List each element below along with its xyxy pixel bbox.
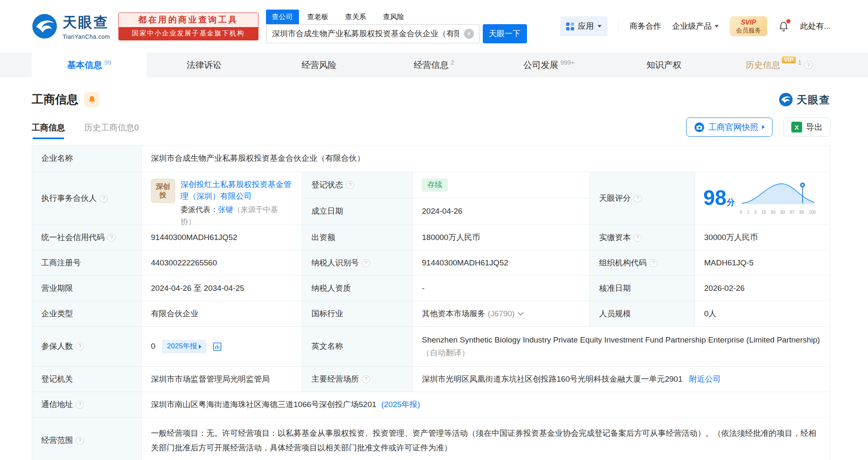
tab-operation-risk[interactable]: 经营风险	[261, 52, 376, 78]
taxpayer-id-label: 纳税人识别号?	[302, 250, 413, 275]
table-row: 工商注册号 440300222265560 纳税人识别号? 91440300MA…	[32, 250, 830, 276]
table-row: 参保人数? 0 2025年报 英文名称 Shenzhen Synthetic B…	[32, 327, 830, 367]
promo-line1: 都在用的商业查询工具	[119, 13, 258, 27]
table-row: 执行事务合伙人? 深创投 深创投红土私募股权投资基金管理（深圳）有限公司 委派代…	[32, 172, 830, 225]
establish-date-label: 成立日期	[302, 198, 413, 225]
tab-intellectual-property[interactable]: 知识产权	[607, 52, 722, 78]
org-code-value: MADH61JQ-5	[695, 250, 830, 275]
english-name-label: 英文名称	[302, 327, 413, 366]
score-number: 98	[703, 186, 727, 210]
business-address-value: 深圳市光明区凤凰街道东坑社区创投路160号光明科技金融大厦一单元2901附近公司	[413, 367, 830, 392]
table-row: 企业名称 深圳市合成生物产业私募股权投资基金合伙企业（有限合伙）	[32, 145, 830, 172]
tab-legal-proceedings[interactable]: 法律诉讼	[147, 52, 262, 78]
search-tab-relation[interactable]: 查关系	[345, 10, 366, 24]
help-icon[interactable]: ?	[634, 234, 642, 242]
taxpayer-id-value: 91440300MADH61JQ52	[413, 250, 590, 275]
credit-code-label: 统一社会信用代码?	[32, 225, 142, 250]
status-badge: 存续	[422, 178, 448, 191]
tab-label: 历史信息	[745, 59, 780, 71]
tab-basic-info[interactable]: 基本信息 99	[32, 52, 147, 78]
apps-label: 应用	[578, 21, 594, 32]
mailing-address-label: 通信地址?	[32, 392, 142, 417]
search-button[interactable]: 天眼一下	[483, 24, 527, 43]
registration-status-value: 存续	[413, 172, 590, 198]
search-input[interactable]	[266, 25, 479, 43]
subtab-business-info[interactable]: 工商信息	[32, 122, 65, 139]
tianyancha-logo[interactable]: 天眼查 TianYanCha.com	[32, 13, 110, 40]
tab-label: 经营风险	[301, 59, 336, 71]
insured-count-value: 0 2025年报	[142, 327, 302, 366]
table-row: 经营范围? 一般经营项目：无。许可经营项目：以私募基金从事股权投资、投资管理、资…	[32, 418, 830, 460]
snapshot-camera-icon	[694, 122, 705, 132]
company-nav: 基本信息 99 法律诉讼 经营风险 经营信息 2 公司发展 999+ 知识产权 …	[0, 52, 868, 78]
business-term-value: 2024-04-26 至 2034-04-25	[142, 276, 302, 301]
user-menu[interactable]: 此处有...	[800, 21, 830, 32]
help-icon[interactable]: ?	[362, 259, 370, 267]
paid-capital-value: 30000万人民币	[695, 225, 830, 250]
tab-operation-info[interactable]: 经营信息 2	[376, 52, 492, 78]
help-icon[interactable]: ?	[805, 61, 813, 69]
chevron-down-icon	[597, 25, 602, 28]
tab-count: 2	[451, 59, 454, 66]
insured-chart-icon[interactable]	[212, 342, 222, 352]
staff-size-value: 0人	[695, 301, 830, 326]
business-cooperation-link[interactable]: 商务合作	[630, 21, 661, 32]
chevron-down-icon[interactable]	[518, 310, 524, 315]
tax-qualification-value: -	[413, 276, 590, 301]
top-header: 天眼查 TianYanCha.com 都在用的商业查询工具 国家中小企业发展子基…	[0, 0, 868, 52]
subscribe-bell-icon[interactable]	[84, 92, 99, 107]
annual-report-button[interactable]: 2025年报	[162, 340, 207, 353]
table-row: 企业类型 有限合伙企业 国标行业 其他资本市场服务(J6790) 人员规模 0人	[32, 301, 830, 327]
divider	[618, 21, 619, 32]
svip-member-button[interactable]: SVIP 会员服务	[730, 16, 767, 37]
tianyancha-logo-small-icon	[779, 92, 793, 107]
managing-partner-value: 深创投 深创投红土私募股权投资基金管理（深圳）有限公司 委派代表：张键（来源于中…	[142, 172, 302, 225]
english-name-value: Shenzhen Synthetic Biology Industry Priv…	[413, 327, 830, 366]
help-icon[interactable]: ?	[650, 259, 657, 267]
establish-date-value: 2024-04-26	[413, 198, 590, 225]
tab-label: 基本信息	[67, 59, 102, 71]
help-icon[interactable]: ?	[634, 195, 642, 202]
snapshot-label: 工商官网快照	[708, 122, 758, 133]
help-icon[interactable]: ?	[108, 234, 115, 242]
help-icon[interactable]: ?	[76, 401, 84, 409]
subtab-history-business-info[interactable]: 历史工商信息0	[84, 122, 139, 139]
approval-date-value: 2026-02-26	[695, 276, 830, 301]
tianyan-score-value: 98分 0131550839799100	[695, 172, 830, 225]
company-name-label: 企业名称	[32, 145, 142, 172]
promo-banner: 都在用的商业查询工具 国家中小企业发展子基金旗下机构	[118, 12, 258, 40]
search-tabs: 查公司 查老板 查关系 查风险	[266, 10, 527, 24]
partner-company-link[interactable]: 深创投红土私募股权投资基金管理（深圳）有限公司	[181, 179, 293, 202]
help-icon[interactable]: ?	[346, 181, 354, 189]
company-type-label: 企业类型	[32, 301, 142, 326]
nearby-companies-link[interactable]: 附近公司	[689, 375, 721, 383]
table-row: 营业期限 2024-04-26 至 2034-04-25 纳税人资质 - 核准日…	[32, 276, 830, 301]
export-button[interactable]: X 导出	[783, 118, 830, 137]
table-row: 登记机关 深圳市市场监督管理局光明监管局 主要经营场所? 深圳市光明区凤凰街道东…	[32, 367, 830, 392]
help-icon[interactable]: ?	[76, 342, 84, 350]
clear-search-icon[interactable]: ×	[464, 29, 474, 39]
search-tab-boss[interactable]: 查老板	[307, 10, 329, 24]
annual-report-link[interactable]: (2025年报)	[381, 400, 420, 409]
help-icon[interactable]: ?	[76, 437, 84, 445]
search-tab-company[interactable]: 查公司	[266, 10, 299, 24]
help-icon[interactable]: ?	[100, 195, 108, 202]
tab-company-development[interactable]: 公司发展 999+	[492, 52, 607, 78]
svip-label: SVIP	[736, 18, 761, 27]
registration-number-value: 440300222265560	[142, 250, 302, 275]
help-icon[interactable]: ?	[362, 375, 370, 383]
apps-button[interactable]: 应用	[560, 16, 607, 36]
enterprise-products-link[interactable]: 企业级产品	[672, 21, 719, 32]
vip-badge: VIP	[782, 56, 796, 63]
brand-name: 天眼查	[63, 13, 110, 32]
table-row: 统一社会信用代码? 91440300MADH61JQ52 出资额 180000万…	[32, 225, 830, 250]
industry-code: (J6790)	[488, 308, 514, 320]
tab-history-info[interactable]: 历史信息 VIP 1 ?	[721, 52, 836, 78]
notification-dot	[786, 19, 790, 23]
notification-bell-icon[interactable]	[778, 20, 789, 32]
search-tab-risk[interactable]: 查风险	[383, 10, 404, 24]
logo-text: 天眼查 TianYanCha.com	[63, 13, 110, 40]
delegate-person-link[interactable]: 张键	[218, 205, 233, 214]
promo-line2: 国家中小企业发展子基金旗下机构	[119, 27, 258, 40]
official-snapshot-button[interactable]: 工商官网快照	[686, 118, 773, 137]
